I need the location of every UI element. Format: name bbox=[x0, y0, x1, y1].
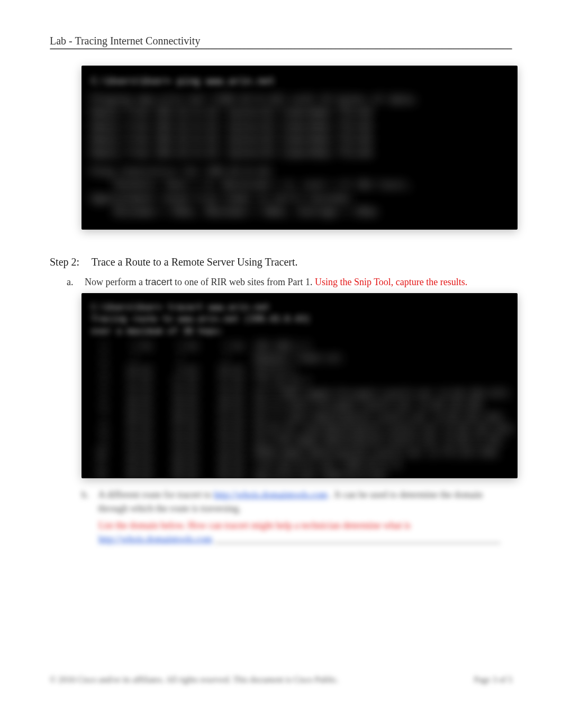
tracert-output-terminal: C:\Users\User> tracert www.arin.net Trac… bbox=[81, 293, 518, 478]
page-footer: © 2016 Cisco and/or its affiliates. All … bbox=[50, 675, 512, 685]
terminal-line: 2 * * * Request timed out. bbox=[91, 352, 508, 364]
substep-text: A different route for tracert to http://… bbox=[98, 488, 513, 515]
terminal-line: 4 12 ms 11 ms 12 ms 172.16.32.1 bbox=[91, 376, 508, 387]
terminal-line: Reply from 199.43.0.43: bytes=32 time=45… bbox=[91, 133, 508, 146]
substep-letter: b. bbox=[81, 488, 89, 515]
substep-a: a. Now perform a tracert to one of RIR w… bbox=[67, 277, 512, 288]
terminal-line: Approximate round trip times in milli-se… bbox=[91, 192, 508, 205]
step-label: Step 2: bbox=[50, 256, 79, 268]
footer-page-number: Page 3 of 5 bbox=[474, 675, 512, 685]
terminal-line: Tracing route to www.arin.net [199.43.0.… bbox=[91, 313, 508, 325]
terminal-line: 11 45 ms 46 ms 45 ms cust-gw.arin.net [1… bbox=[91, 459, 508, 470]
terminal-line: C:\Users\User> ping www.arin.net bbox=[91, 74, 508, 87]
step-heading: Step 2: Trace a Route to a Remote Server… bbox=[50, 256, 512, 268]
substep-text-mid: to one of RIR web sites from Part 1. bbox=[175, 277, 315, 287]
terminal-line: Reply from 199.43.0.43: bytes=32 time=45… bbox=[91, 120, 508, 133]
terminal-line: Reply from 199.43.0.43: bytes=32 time=45… bbox=[91, 146, 508, 159]
link-domaintools[interactable]: http://whois.domaintools.com bbox=[214, 489, 328, 500]
terminal-line: Ping statistics for 199.43.0.43: bbox=[91, 165, 508, 178]
substep-command: tracert bbox=[145, 277, 172, 287]
link-domaintools-2[interactable]: http://whois.domaintools.com bbox=[98, 534, 212, 544]
terminal-line: 10 34 ms 34 ms 34 ms ARIN.edge1.Washingt… bbox=[91, 447, 508, 459]
terminal-line: 6 20 ms 19 ms 20 ms ae-2-2.ebr2.Chicago2… bbox=[91, 399, 508, 411]
text-pre: A different route for tracert to bbox=[98, 489, 214, 500]
substep-text-prefix: Now perform a bbox=[85, 277, 145, 287]
terminal-line: 7 30 ms 30 ms 31 ms ae-7-7.ebr1.Washingt… bbox=[91, 412, 508, 423]
terminal-line: 9 33 ms 33 ms 33 ms ae-4-90.edge1.Washin… bbox=[91, 435, 508, 447]
header-divider bbox=[50, 48, 512, 50]
terminal-line: 8 32 ms 31 ms 32 ms ae-91-91.csw4.Washin… bbox=[91, 423, 508, 435]
ping-output-terminal: C:\Users\User> ping www.arin.net Pinging… bbox=[81, 66, 518, 230]
footer-copyright: © 2016 Cisco and/or its affiliates. All … bbox=[50, 675, 339, 685]
substep-text: Now perform a tracert to one of RIR web … bbox=[85, 277, 467, 288]
terminal-line: over a maximum of 30 hops: bbox=[91, 325, 508, 337]
substep-instruction-red: Using the Snip Tool, capture the results… bbox=[315, 277, 467, 287]
terminal-line: 3 10 ms 9 ms 10 ms 10.0.0.1 bbox=[91, 364, 508, 376]
blurred-substep-b: b. A different route for tracert to http… bbox=[81, 488, 512, 546]
substep-letter: a. bbox=[67, 277, 74, 288]
terminal-line: Minimum = 45ms, Maximum = 46ms, Average … bbox=[91, 205, 508, 218]
terminal-line: C:\Users\User> tracert www.arin.net bbox=[91, 302, 508, 313]
spacer bbox=[91, 87, 508, 93]
page-title: Lab - Tracing Internet Connectivity bbox=[50, 35, 512, 47]
instruction-red-line: List the domain below. How can tracert m… bbox=[98, 518, 512, 532]
spacer bbox=[91, 159, 508, 165]
terminal-line: 5 15 ms 15 ms 14 ms ae-1-3502.edge4.Chic… bbox=[91, 388, 508, 399]
step-title: Trace a Route to a Remote Server Using T… bbox=[92, 256, 298, 268]
terminal-line: Reply from 199.43.0.43: bytes=32 time=46… bbox=[91, 106, 508, 119]
terminal-line: Packets: Sent = 4, Received = 4, Lost = … bbox=[91, 178, 508, 191]
terminal-line: Pinging www.arin.net [199.43.0.43] with … bbox=[91, 93, 508, 106]
terminal-line: 12 45 ms 45 ms 45 ms www.arin.net [199.4… bbox=[91, 470, 508, 478]
terminal-line: 1 1 ms 1 ms 1 ms 192.168.1.1 bbox=[91, 340, 508, 352]
answer-blank: ________________________________________… bbox=[215, 534, 501, 544]
